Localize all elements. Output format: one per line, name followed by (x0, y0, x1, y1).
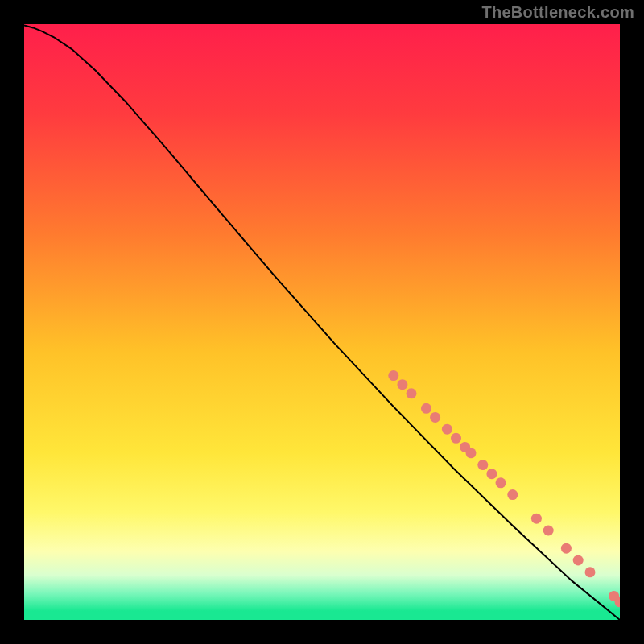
chart-marker (543, 526, 554, 536)
chart-marker (561, 543, 572, 554)
chart-marker (421, 403, 431, 414)
chart-marker (573, 555, 584, 566)
chart-marker (451, 433, 461, 444)
chart-marker (531, 514, 542, 524)
chart-marker (486, 469, 497, 479)
chart-marker (585, 567, 596, 577)
chart-marker (407, 388, 417, 398)
chart-svg (24, 24, 620, 620)
chart-plot (24, 24, 620, 620)
watermark-label: TheBottleneck.com (481, 3, 634, 22)
chart-marker (442, 424, 452, 435)
chart-marker (496, 477, 506, 488)
chart-stage: TheBottleneck.com (0, 0, 644, 644)
chart-marker (507, 489, 518, 500)
chart-marker (397, 379, 407, 390)
chart-marker (430, 412, 440, 423)
chart-marker (477, 460, 488, 470)
chart-background (24, 24, 620, 620)
chart-marker (466, 448, 477, 458)
chart-marker (388, 370, 398, 381)
